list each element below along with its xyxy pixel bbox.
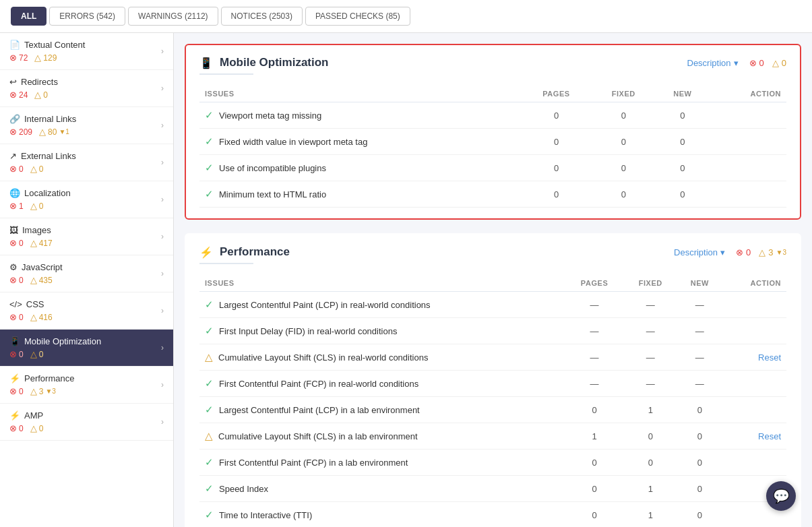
action-cell <box>722 450 786 476</box>
new-cell: — <box>677 344 722 371</box>
error-circle-icon: ⊗ <box>9 423 17 433</box>
sidebar-item-label: Mobile Optimization <box>24 336 101 346</box>
filter-warnings[interactable]: WARNINGS (2112) <box>128 7 218 26</box>
filter-passed[interactable]: PASSED CHECKS (85) <box>305 7 410 26</box>
warn-badge: △ 416 <box>30 312 53 322</box>
new-cell: — <box>677 318 722 344</box>
issue-name-cell: ✓Speed Index <box>199 476 565 502</box>
sidebar-item-label: Performance <box>24 373 74 383</box>
sidebar-item-javascript[interactable]: ⚙ JavaScript ⊗ 0 △ 435 › <box>0 255 173 292</box>
sidebar-item-label: Internal Links <box>24 114 76 124</box>
issue-name-cell: ✓First Contentful Paint (FCP) in real-wo… <box>199 371 565 397</box>
mobile-section-title: Mobile Optimization <box>220 56 329 69</box>
check-icon: ✓ <box>205 162 214 174</box>
issue-name-cell: △Cumulative Layout Shift (CLS) in a lab … <box>199 423 565 450</box>
fixed-cell: 0 <box>592 181 656 208</box>
col-new: NEW <box>677 275 722 292</box>
error-circle-icon: ⊗ <box>9 90 17 100</box>
warn-triangle-icon: △ <box>30 275 37 285</box>
issue-name-cell: ✓First Input Delay (FID) in real-world c… <box>199 318 565 344</box>
fixed-cell: 0 <box>624 423 677 450</box>
sidebar-item-label: JavaScript <box>22 262 63 272</box>
new-cell: 0 <box>656 129 710 155</box>
col-pages: PAGES <box>521 86 592 102</box>
issue-name-cell: ✓Minimum text to HTML ratio <box>199 181 521 208</box>
table-row: ✓Time to Interactive (TTI) 0 1 0 <box>199 502 786 528</box>
warn-triangle-icon: △ <box>30 349 37 359</box>
new-cell: 0 <box>656 181 710 208</box>
mobile-warn-count: △ 0 <box>772 58 786 68</box>
error-badge: ⊗ 0 <box>9 349 24 359</box>
check-icon: ✓ <box>205 109 214 121</box>
action-cell <box>722 318 786 344</box>
warn-badge: △ 0 <box>34 90 48 100</box>
error-circle-icon: ⊗ <box>9 238 17 248</box>
sidebar-item-css[interactable]: </> CSS ⊗ 0 △ 416 › <box>0 292 173 330</box>
redirect-icon: ↩ <box>9 77 17 87</box>
globe-icon: 🌐 <box>9 188 20 198</box>
chevron-right-icon: › <box>161 158 164 167</box>
sidebar-item-images[interactable]: 🖼 Images ⊗ 0 △ 417 › <box>0 218 173 255</box>
warn-triangle-icon: △ <box>34 53 41 63</box>
new-cell: 0 <box>656 102 710 129</box>
fixed-cell: — <box>624 344 677 371</box>
performance-error-count: ⊗ 0 <box>736 247 751 257</box>
warn-badge: △ 0 <box>30 164 44 174</box>
sidebar-item-redirects[interactable]: ↩ Redirects ⊗ 24 △ 0 › <box>0 70 173 107</box>
sidebar-item-internal-links[interactable]: 🔗 Internal Links ⊗ 209 △ 80 ▼1 › <box>0 107 173 144</box>
reset-link[interactable]: Reset <box>758 431 781 441</box>
mobile-optimization-card: 📱 Mobile Optimization Description ▾ ⊗ 0 <box>185 44 801 220</box>
css-icon: </> <box>9 299 22 309</box>
fixed-cell: 0 <box>592 102 656 129</box>
table-row: ✓Use of incompatible plugins 0 0 0 <box>199 155 786 181</box>
sidebar-item-amp[interactable]: ⚡ AMP ⊗ 0 △ 0 › <box>0 404 173 441</box>
issue-name-cell: ✓Use of incompatible plugins <box>199 155 521 181</box>
sidebar-item-performance[interactable]: ⚡ Performance ⊗ 0 △ 3 ▼3 › <box>0 367 173 404</box>
table-row: ✓Minimum text to HTML ratio 0 0 0 <box>199 181 786 208</box>
filter-all[interactable]: ALL <box>11 7 46 26</box>
error-circle-icon: ⊗ <box>9 164 17 174</box>
table-row: ✓First Contentful Paint (FCP) in a lab e… <box>199 450 786 476</box>
chevron-right-icon: › <box>161 269 164 278</box>
sidebar-item-external-links[interactable]: ↗ External Links ⊗ 0 △ 0 › <box>0 144 173 181</box>
col-fixed: FIXED <box>592 86 656 102</box>
sidebar-item-mobile-optimization[interactable]: 📱 Mobile Optimization ⊗ 0 △ 0 › <box>0 330 173 367</box>
new-cell: 0 <box>677 502 722 528</box>
error-circle-icon: ⊗ <box>736 247 743 257</box>
chat-bubble[interactable]: 💬 <box>766 481 796 511</box>
warn-triangle-icon: △ <box>30 238 37 248</box>
table-row: ✓First Contentful Paint (FCP) in real-wo… <box>199 371 786 397</box>
sidebar-item-label: Localization <box>24 188 71 198</box>
filter-notices[interactable]: NOTICES (2503) <box>221 7 303 26</box>
fixed-cell: 1 <box>624 397 677 423</box>
error-badge: ⊗ 24 <box>9 90 28 100</box>
warn-triangle-icon: △ <box>39 127 46 137</box>
chat-icon: 💬 <box>773 488 790 504</box>
mobile-description-link[interactable]: Description ▾ <box>687 58 739 68</box>
fixed-cell: 0 <box>592 155 656 181</box>
check-icon: ✓ <box>205 509 214 521</box>
mobile-icon: 📱 <box>9 336 20 346</box>
error-circle-icon: ⊗ <box>9 53 17 63</box>
check-icon: ✓ <box>205 483 214 495</box>
pages-cell: 1 <box>565 423 623 450</box>
link-icon: 🔗 <box>9 114 20 124</box>
section-header-performance: ⚡ Performance Description ▾ ⊗ 0 <box>199 245 786 259</box>
external-link-icon: ↗ <box>9 151 17 161</box>
col-pages: PAGES <box>565 275 623 292</box>
filter-errors[interactable]: ERRORS (542) <box>49 7 125 26</box>
sidebar-item-localization[interactable]: 🌐 Localization ⊗ 1 △ 0 › <box>0 181 173 218</box>
sidebar-item-textual-content[interactable]: 📄 Textual Content ⊗ 72 △ 129 › <box>0 33 173 70</box>
table-row: ✓Viewport meta tag missing 0 0 0 <box>199 102 786 129</box>
new-cell: 0 <box>677 423 722 450</box>
pages-cell: 0 <box>521 102 592 129</box>
reset-link[interactable]: Reset <box>758 352 781 363</box>
amp-icon: ⚡ <box>9 410 20 421</box>
col-action: ACTION <box>722 275 786 292</box>
performance-description-link[interactable]: Description ▾ <box>674 247 725 257</box>
chevron-right-icon: › <box>161 84 164 93</box>
pages-cell: 0 <box>565 502 623 528</box>
pages-cell: 0 <box>565 450 623 476</box>
check-icon: ✓ <box>205 135 214 148</box>
chevron-right-icon: › <box>161 46 164 56</box>
